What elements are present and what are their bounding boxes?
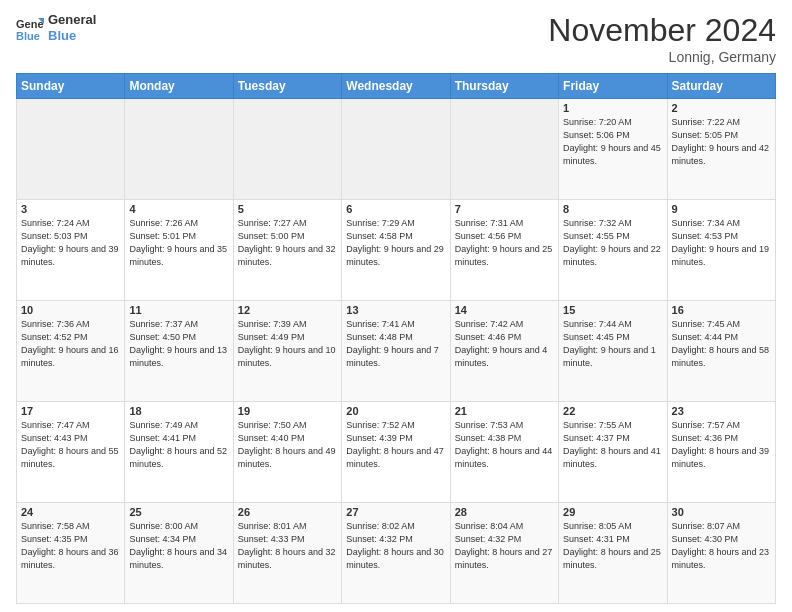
day-info: Sunrise: 7:26 AM Sunset: 5:01 PM Dayligh… xyxy=(129,217,228,269)
week-row-3: 10Sunrise: 7:36 AM Sunset: 4:52 PM Dayli… xyxy=(17,301,776,402)
week-row-4: 17Sunrise: 7:47 AM Sunset: 4:43 PM Dayli… xyxy=(17,402,776,503)
day-number: 5 xyxy=(238,203,337,215)
day-info: Sunrise: 8:07 AM Sunset: 4:30 PM Dayligh… xyxy=(672,520,771,572)
day-number: 13 xyxy=(346,304,445,316)
day-number: 3 xyxy=(21,203,120,215)
title-block: November 2024 Lonnig, Germany xyxy=(548,12,776,65)
week-row-1: 1Sunrise: 7:20 AM Sunset: 5:06 PM Daylig… xyxy=(17,99,776,200)
weekday-thursday: Thursday xyxy=(450,74,558,99)
header: General Blue General Blue November 2024 … xyxy=(16,12,776,65)
day-cell-15: 15Sunrise: 7:44 AM Sunset: 4:45 PM Dayli… xyxy=(559,301,667,402)
day-cell-18: 18Sunrise: 7:49 AM Sunset: 4:41 PM Dayli… xyxy=(125,402,233,503)
day-cell-7: 7Sunrise: 7:31 AM Sunset: 4:56 PM Daylig… xyxy=(450,200,558,301)
day-number: 17 xyxy=(21,405,120,417)
empty-cell xyxy=(342,99,450,200)
day-cell-16: 16Sunrise: 7:45 AM Sunset: 4:44 PM Dayli… xyxy=(667,301,775,402)
day-info: Sunrise: 7:31 AM Sunset: 4:56 PM Dayligh… xyxy=(455,217,554,269)
day-number: 21 xyxy=(455,405,554,417)
weekday-tuesday: Tuesday xyxy=(233,74,341,99)
day-cell-3: 3Sunrise: 7:24 AM Sunset: 5:03 PM Daylig… xyxy=(17,200,125,301)
day-cell-29: 29Sunrise: 8:05 AM Sunset: 4:31 PM Dayli… xyxy=(559,503,667,604)
svg-text:Blue: Blue xyxy=(16,30,40,42)
day-info: Sunrise: 8:00 AM Sunset: 4:34 PM Dayligh… xyxy=(129,520,228,572)
weekday-wednesday: Wednesday xyxy=(342,74,450,99)
day-number: 24 xyxy=(21,506,120,518)
day-number: 28 xyxy=(455,506,554,518)
day-info: Sunrise: 7:24 AM Sunset: 5:03 PM Dayligh… xyxy=(21,217,120,269)
empty-cell xyxy=(125,99,233,200)
day-number: 9 xyxy=(672,203,771,215)
logo-blue: Blue xyxy=(48,28,96,44)
day-number: 14 xyxy=(455,304,554,316)
day-info: Sunrise: 7:36 AM Sunset: 4:52 PM Dayligh… xyxy=(21,318,120,370)
day-info: Sunrise: 7:29 AM Sunset: 4:58 PM Dayligh… xyxy=(346,217,445,269)
logo-general: General xyxy=(48,12,96,28)
day-info: Sunrise: 7:34 AM Sunset: 4:53 PM Dayligh… xyxy=(672,217,771,269)
month-title: November 2024 xyxy=(548,12,776,49)
day-cell-30: 30Sunrise: 8:07 AM Sunset: 4:30 PM Dayli… xyxy=(667,503,775,604)
day-cell-17: 17Sunrise: 7:47 AM Sunset: 4:43 PM Dayli… xyxy=(17,402,125,503)
day-info: Sunrise: 7:32 AM Sunset: 4:55 PM Dayligh… xyxy=(563,217,662,269)
day-info: Sunrise: 7:42 AM Sunset: 4:46 PM Dayligh… xyxy=(455,318,554,370)
day-number: 4 xyxy=(129,203,228,215)
day-cell-20: 20Sunrise: 7:52 AM Sunset: 4:39 PM Dayli… xyxy=(342,402,450,503)
day-cell-12: 12Sunrise: 7:39 AM Sunset: 4:49 PM Dayli… xyxy=(233,301,341,402)
day-info: Sunrise: 7:49 AM Sunset: 4:41 PM Dayligh… xyxy=(129,419,228,471)
day-cell-2: 2Sunrise: 7:22 AM Sunset: 5:05 PM Daylig… xyxy=(667,99,775,200)
day-cell-27: 27Sunrise: 8:02 AM Sunset: 4:32 PM Dayli… xyxy=(342,503,450,604)
day-info: Sunrise: 7:27 AM Sunset: 5:00 PM Dayligh… xyxy=(238,217,337,269)
weekday-monday: Monday xyxy=(125,74,233,99)
day-number: 15 xyxy=(563,304,662,316)
day-number: 29 xyxy=(563,506,662,518)
day-cell-24: 24Sunrise: 7:58 AM Sunset: 4:35 PM Dayli… xyxy=(17,503,125,604)
day-cell-10: 10Sunrise: 7:36 AM Sunset: 4:52 PM Dayli… xyxy=(17,301,125,402)
day-cell-6: 6Sunrise: 7:29 AM Sunset: 4:58 PM Daylig… xyxy=(342,200,450,301)
day-cell-8: 8Sunrise: 7:32 AM Sunset: 4:55 PM Daylig… xyxy=(559,200,667,301)
day-number: 23 xyxy=(672,405,771,417)
day-number: 25 xyxy=(129,506,228,518)
day-number: 8 xyxy=(563,203,662,215)
day-number: 20 xyxy=(346,405,445,417)
day-number: 19 xyxy=(238,405,337,417)
day-cell-5: 5Sunrise: 7:27 AM Sunset: 5:00 PM Daylig… xyxy=(233,200,341,301)
day-info: Sunrise: 8:05 AM Sunset: 4:31 PM Dayligh… xyxy=(563,520,662,572)
empty-cell xyxy=(233,99,341,200)
day-number: 7 xyxy=(455,203,554,215)
weekday-saturday: Saturday xyxy=(667,74,775,99)
day-info: Sunrise: 7:41 AM Sunset: 4:48 PM Dayligh… xyxy=(346,318,445,370)
day-number: 18 xyxy=(129,405,228,417)
day-cell-22: 22Sunrise: 7:55 AM Sunset: 4:37 PM Dayli… xyxy=(559,402,667,503)
day-number: 27 xyxy=(346,506,445,518)
day-cell-9: 9Sunrise: 7:34 AM Sunset: 4:53 PM Daylig… xyxy=(667,200,775,301)
day-cell-25: 25Sunrise: 8:00 AM Sunset: 4:34 PM Dayli… xyxy=(125,503,233,604)
day-number: 1 xyxy=(563,102,662,114)
day-number: 2 xyxy=(672,102,771,114)
empty-cell xyxy=(17,99,125,200)
weekday-friday: Friday xyxy=(559,74,667,99)
day-info: Sunrise: 7:47 AM Sunset: 4:43 PM Dayligh… xyxy=(21,419,120,471)
calendar-table: SundayMondayTuesdayWednesdayThursdayFrid… xyxy=(16,73,776,604)
day-info: Sunrise: 7:22 AM Sunset: 5:05 PM Dayligh… xyxy=(672,116,771,168)
weekday-header-row: SundayMondayTuesdayWednesdayThursdayFrid… xyxy=(17,74,776,99)
logo: General Blue General Blue xyxy=(16,12,96,43)
day-number: 6 xyxy=(346,203,445,215)
calendar-page: General Blue General Blue November 2024 … xyxy=(0,0,792,612)
day-number: 10 xyxy=(21,304,120,316)
week-row-2: 3Sunrise: 7:24 AM Sunset: 5:03 PM Daylig… xyxy=(17,200,776,301)
day-info: Sunrise: 7:45 AM Sunset: 4:44 PM Dayligh… xyxy=(672,318,771,370)
weekday-sunday: Sunday xyxy=(17,74,125,99)
day-info: Sunrise: 7:53 AM Sunset: 4:38 PM Dayligh… xyxy=(455,419,554,471)
day-cell-1: 1Sunrise: 7:20 AM Sunset: 5:06 PM Daylig… xyxy=(559,99,667,200)
day-info: Sunrise: 7:37 AM Sunset: 4:50 PM Dayligh… xyxy=(129,318,228,370)
day-info: Sunrise: 7:52 AM Sunset: 4:39 PM Dayligh… xyxy=(346,419,445,471)
day-cell-19: 19Sunrise: 7:50 AM Sunset: 4:40 PM Dayli… xyxy=(233,402,341,503)
week-row-5: 24Sunrise: 7:58 AM Sunset: 4:35 PM Dayli… xyxy=(17,503,776,604)
day-info: Sunrise: 7:50 AM Sunset: 4:40 PM Dayligh… xyxy=(238,419,337,471)
day-cell-23: 23Sunrise: 7:57 AM Sunset: 4:36 PM Dayli… xyxy=(667,402,775,503)
location: Lonnig, Germany xyxy=(548,49,776,65)
day-cell-21: 21Sunrise: 7:53 AM Sunset: 4:38 PM Dayli… xyxy=(450,402,558,503)
day-info: Sunrise: 7:55 AM Sunset: 4:37 PM Dayligh… xyxy=(563,419,662,471)
day-cell-28: 28Sunrise: 8:04 AM Sunset: 4:32 PM Dayli… xyxy=(450,503,558,604)
day-number: 16 xyxy=(672,304,771,316)
day-cell-14: 14Sunrise: 7:42 AM Sunset: 4:46 PM Dayli… xyxy=(450,301,558,402)
